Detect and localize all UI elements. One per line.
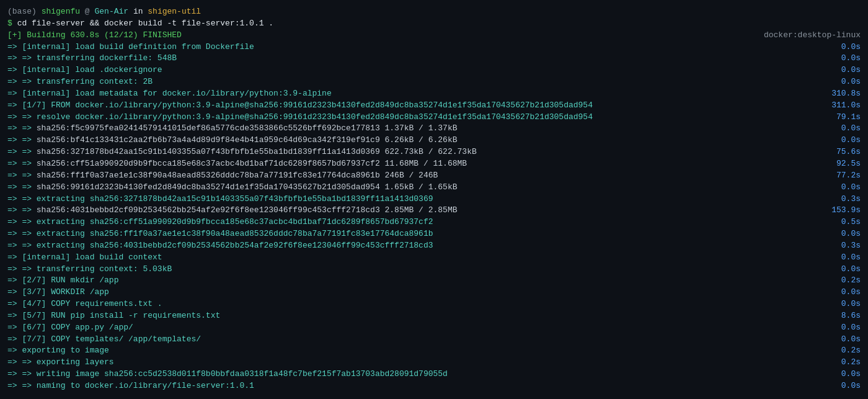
line-l23: => [4/7] COPY requirements.txt . 0.0s <box>7 298 861 310</box>
prompt-at: @ <box>85 7 90 16</box>
prompt-in: in <box>133 7 148 16</box>
line-l27: => exporting to image 0.2s <box>7 345 861 357</box>
line-l13: => => sha256:99161d2323b4130fed2d849dc8b… <box>7 182 861 194</box>
prompt-hash: $ <box>7 19 12 28</box>
command-left: $ cd file-server && docker build -t file… <box>7 18 861 30</box>
line-l17: => => extracting sha256:ff1f0a37ae1e1c38… <box>7 228 861 240</box>
line-l24: => [5/7] RUN pip install -r requirements… <box>7 310 861 322</box>
line-l8: => => sha256:f5c9975fea02414579141015def… <box>7 123 861 135</box>
line-l30: => => naming to docker.io/library/file-s… <box>7 380 861 392</box>
prompt-user: shigenfu <box>42 7 80 16</box>
line-l15: => => sha256:4031bebbd2cf09b2534562bb254… <box>7 205 861 217</box>
line-l7: => => resolve docker.io/library/python:3… <box>7 112 861 123</box>
line-l19: => [internal] load build context 0.0s <box>7 252 861 264</box>
line-l3: => [internal] load .dockerignore 0.0s <box>7 65 861 76</box>
blank-line <box>7 392 861 399</box>
prompt-left: (base) shigenfu @ Gen-Air in shigen-util <box>7 6 861 18</box>
line-l22: => [3/7] WORKDIR /app 0.0s <box>7 287 861 298</box>
prompt-line: (base) shigenfu @ Gen-Air in shigen-util <box>7 6 861 18</box>
line-l4: => => transferring context: 2B 0.0s <box>7 76 861 88</box>
line-l29: => => writing image sha256:cc5d2538d011f… <box>7 369 861 380</box>
line-l28: => => exporting layers 0.2s <box>7 357 861 369</box>
line-l10: => => sha256:3271878bd42aa15c91b1403355a… <box>7 146 861 158</box>
terminal: (base) shigenfu @ Gen-Air in shigen-util… <box>0 0 868 399</box>
building-right: docker:desktop-linux <box>751 30 861 42</box>
command-text: cd file-server && docker build -t file-s… <box>17 19 273 28</box>
command-line: $ cd file-server && docker build -t file… <box>7 18 861 30</box>
line-l20: => => transferring context: 5.03kB 0.0s <box>7 264 861 276</box>
line-l16: => => extracting sha256:cff51a990920d9b9… <box>7 217 861 228</box>
line-l21: => [2/7] RUN mkdir /app 0.2s <box>7 275 861 287</box>
line-l2: => => transferring dockerfile: 548B 0.0s <box>7 53 861 65</box>
line-l25: => [6/7] COPY app.py /app/ 0.0s <box>7 322 861 334</box>
prompt-base: (base) <box>7 7 37 16</box>
building-line: [+] Building 630.8s (12/12) FINISHED doc… <box>7 30 861 42</box>
line-l12: => => sha256:ff1f0a37ae1e1c38f90a48aead8… <box>7 170 861 182</box>
line-l18: => => extracting sha256:4031bebbd2cf09b2… <box>7 240 861 252</box>
line-l14: => => extracting sha256:3271878bd42aa15c… <box>7 194 861 205</box>
line-l6: => [1/7] FROM docker.io/library/python:3… <box>7 100 861 112</box>
building-left: [+] Building 630.8s (12/12) FINISHED <box>7 30 751 42</box>
prompt-dir: shigen-util <box>148 7 201 16</box>
line-l1: => [internal] load build definition from… <box>7 42 861 53</box>
building-text: [+] Building 630.8s (12/12) FINISHED <box>7 30 182 40</box>
prompt-host: Gen-Air <box>94 7 128 16</box>
line-l5: => [internal] load metadata for docker.i… <box>7 88 861 100</box>
line-l11: => => sha256:cff51a990920d9b9fbcca185e68… <box>7 158 861 170</box>
line-l26: => [7/7] COPY templates/ /app/templates/… <box>7 334 861 346</box>
line-l9: => => sha256:bf41c133431c2aa2fb6b73a4a4d… <box>7 135 861 146</box>
